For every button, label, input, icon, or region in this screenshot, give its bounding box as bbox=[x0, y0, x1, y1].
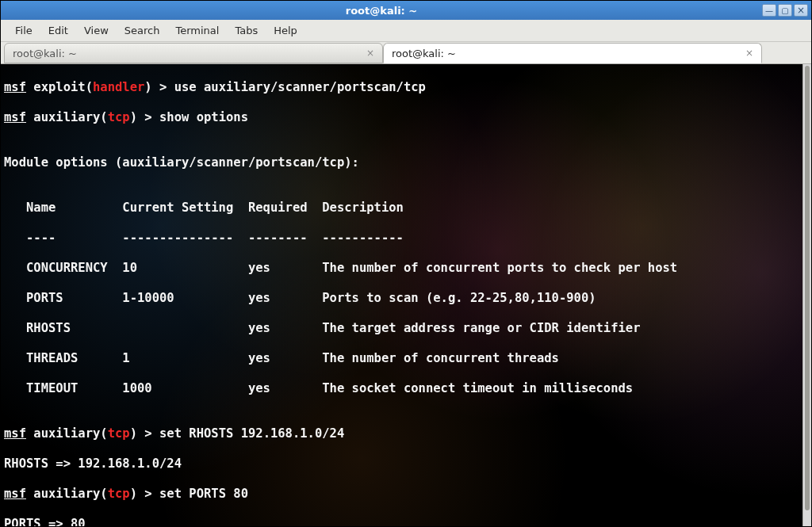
menu-help[interactable]: Help bbox=[266, 21, 305, 40]
module-auxiliary: tcp bbox=[108, 426, 130, 441]
option-row: TIMEOUT 1000 yes The socket connect time… bbox=[4, 381, 799, 396]
terminal-area: msf exploit(handler) > use auxiliary/sca… bbox=[1, 64, 811, 527]
command-setports: set PORTS 80 bbox=[159, 487, 248, 501]
menubar: File Edit View Search Terminal Tabs Help bbox=[1, 20, 811, 42]
scroll-thumb[interactable] bbox=[805, 66, 810, 510]
echo-line: RHOSTS => 192.168.1.0/24 bbox=[4, 456, 799, 472]
tab-label: root@kali: ~ bbox=[13, 48, 77, 59]
module-exploit: handler bbox=[93, 80, 144, 94]
scrollbar[interactable] bbox=[802, 64, 811, 527]
menu-search[interactable]: Search bbox=[117, 21, 168, 40]
prompt-line: msf auxiliary(tcp) > set RHOSTS 192.168.… bbox=[4, 426, 799, 441]
options-columns-header: Name Current Setting Required Descriptio… bbox=[4, 200, 799, 216]
tabbar: root@kali: ~ × root@kali: ~ × bbox=[1, 42, 811, 64]
option-row: RHOSTS yes The target address range or C… bbox=[4, 321, 799, 336]
option-row: PORTS 1-10000 yes Ports to scan (e.g. 22… bbox=[4, 291, 799, 306]
option-row: CONCURRENCY 10 yes The number of concurr… bbox=[4, 261, 799, 276]
command-use: use auxiliary/scanner/portscan/tcp bbox=[174, 80, 426, 94]
echo-line: PORTS => 80 bbox=[4, 517, 799, 527]
menu-terminal[interactable]: Terminal bbox=[167, 21, 227, 40]
close-icon[interactable]: × bbox=[360, 48, 374, 59]
menu-file[interactable]: File bbox=[7, 21, 40, 40]
module-options-header: Module options (auxiliary/scanner/portsc… bbox=[4, 155, 799, 170]
close-button[interactable]: × bbox=[794, 4, 808, 17]
command-showopt: show options bbox=[159, 110, 248, 124]
module-auxiliary: tcp bbox=[108, 487, 130, 501]
terminal-output[interactable]: msf exploit(handler) > use auxiliary/sca… bbox=[1, 64, 802, 527]
prompt-line: msf exploit(handler) > use auxiliary/sca… bbox=[4, 80, 799, 95]
menu-view[interactable]: View bbox=[76, 21, 117, 40]
prompt-line: msf auxiliary(tcp) > set PORTS 80 bbox=[4, 487, 799, 502]
window-title: root@kali: ~ bbox=[1, 5, 762, 17]
module-auxiliary: tcp bbox=[108, 110, 130, 124]
msf-label: msf bbox=[4, 487, 26, 501]
menu-edit[interactable]: Edit bbox=[40, 21, 76, 40]
maximize-button[interactable]: ▢ bbox=[778, 4, 792, 17]
msf-label: msf bbox=[4, 426, 26, 441]
prompt-line: msf auxiliary(tcp) > show options bbox=[4, 110, 799, 125]
tab-label: root@kali: ~ bbox=[392, 48, 456, 59]
menu-tabs[interactable]: Tabs bbox=[227, 21, 266, 40]
close-icon[interactable]: × bbox=[739, 48, 753, 59]
window-controls: — ▢ × bbox=[762, 4, 808, 17]
minimize-button[interactable]: — bbox=[762, 4, 776, 17]
msf-label: msf bbox=[4, 80, 26, 94]
option-row: THREADS 1 yes The number of concurrent t… bbox=[4, 351, 799, 366]
scroll-track[interactable] bbox=[803, 512, 811, 527]
msf-label: msf bbox=[4, 110, 26, 124]
command-setrhosts: set RHOSTS 192.168.1.0/24 bbox=[159, 426, 344, 441]
titlebar[interactable]: root@kali: ~ — ▢ × bbox=[1, 1, 811, 20]
options-columns-separator: ---- --------------- -------- ----------… bbox=[4, 231, 799, 246]
tab-2[interactable]: root@kali: ~ × bbox=[383, 43, 762, 63]
tab-1[interactable]: root@kali: ~ × bbox=[4, 43, 383, 63]
